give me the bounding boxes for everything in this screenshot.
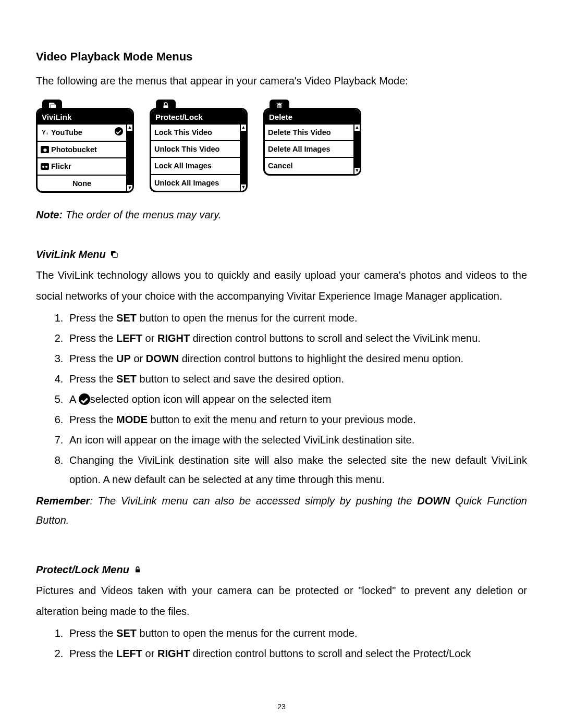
share-icon xyxy=(110,250,118,258)
menu-delete: Delete Delete This Video Delete All Imag… xyxy=(263,108,361,193)
svg-rect-10 xyxy=(113,253,117,257)
menu-item-youtube: Yￜ YouTube xyxy=(38,125,126,142)
youtube-icon: Yￜ xyxy=(41,129,49,137)
subheading-text: Protect/Lock Menu xyxy=(36,562,129,577)
menu-item-label: None xyxy=(72,178,91,189)
menu-protect: Protect/Lock Lock This Video Unlock This… xyxy=(150,108,248,193)
protect-steps: Press the SET button to open the menus f… xyxy=(36,624,527,663)
step-item: A selected option icon will appear on th… xyxy=(66,390,527,409)
step-item: Press the SET button to select and save … xyxy=(66,369,527,389)
step-item: An icon will appear on the image with th… xyxy=(66,430,527,450)
vivilink-paragraph: The ViviLink technology allows you to qu… xyxy=(36,265,527,306)
note-line: Note: The order of the menus may vary. xyxy=(36,207,527,222)
step-item: Press the LEFT or RIGHT direction contro… xyxy=(66,329,527,348)
menu-item: Delete This Video xyxy=(265,125,353,141)
note-text: The order of the menus may vary. xyxy=(63,209,221,220)
svg-rect-5 xyxy=(279,103,280,104)
scroll-down-icon: ▼ xyxy=(127,185,132,191)
menu-scrollbar: ▲ ▼ xyxy=(240,125,246,191)
page-title: Video Playback Mode Menus xyxy=(36,49,527,65)
page-number: 23 xyxy=(0,702,563,712)
check-icon xyxy=(79,393,90,405)
remember-note: Remember: The ViviLink menu can also be … xyxy=(36,491,527,530)
step-item: Press the UP or DOWN direction control b… xyxy=(66,349,527,368)
menu-item-label: Delete All Images xyxy=(268,144,331,154)
menu-header: Delete xyxy=(265,109,360,125)
menu-header: ViviLink xyxy=(38,109,132,125)
note-label: Note: xyxy=(36,209,63,220)
step-item: Press the LEFT or RIGHT direction contro… xyxy=(66,644,527,663)
menu-item: Unlock This Video xyxy=(151,141,240,158)
menu-item-label: Unlock This Video xyxy=(154,144,219,154)
scroll-down-icon: ▼ xyxy=(241,184,246,191)
subheading-text: ViviLink Menu xyxy=(36,247,106,262)
menu-item-label: Delete This Video xyxy=(268,127,331,138)
menu-item-label: Cancel xyxy=(268,161,293,171)
protect-paragraph: Pictures and Videos taken with your came… xyxy=(36,580,527,622)
scroll-up-icon: ▲ xyxy=(127,125,132,131)
intro-text: The following are the menus that appear … xyxy=(36,73,527,88)
menu-item-label: Lock All Images xyxy=(154,161,212,171)
menu-item-label: Unlock All Images xyxy=(154,178,219,188)
menu-item: Delete All Images xyxy=(265,141,353,158)
vivilink-heading: ViviLink Menu xyxy=(36,247,527,262)
scroll-down-icon: ▼ xyxy=(354,168,360,174)
menu-item: Cancel xyxy=(265,158,353,174)
step-item: Changing the ViviLink destination site w… xyxy=(66,451,527,489)
vivilink-steps: Press the SET button to open the menus f… xyxy=(36,309,527,489)
flickr-icon xyxy=(41,163,49,170)
menu-vivilink: ViviLink Yￜ YouTube ◉ Photobucket xyxy=(36,108,134,193)
menu-item: Unlock All Images xyxy=(151,175,240,191)
scroll-up-icon: ▲ xyxy=(354,125,360,131)
step-item: Press the SET button to open the menus f… xyxy=(66,309,527,328)
protect-heading: Protect/Lock Menu xyxy=(36,562,527,577)
menu-header: Protect/Lock xyxy=(151,109,246,125)
menu-item-label: Lock This Video xyxy=(154,127,212,138)
scroll-up-icon: ▲ xyxy=(241,125,246,131)
photobucket-icon: ◉ xyxy=(41,146,49,153)
menu-item-label: Photobucket xyxy=(51,144,97,155)
menu-item-none: None xyxy=(38,176,126,191)
step-item: Press the MODE button to exit the menu a… xyxy=(66,410,527,429)
menu-scrollbar: ▲ ▼ xyxy=(126,125,132,191)
step-item: Press the SET button to open the menus f… xyxy=(66,624,527,643)
menu-item-photobucket: ◉ Photobucket xyxy=(38,142,126,158)
menu-item: Lock This Video xyxy=(151,125,240,141)
lock-icon xyxy=(133,565,142,574)
menus-row: ViviLink Yￜ YouTube ◉ Photobucket xyxy=(36,100,527,193)
menu-scrollbar: ▲ ▼ xyxy=(353,125,360,174)
menu-item: Lock All Images xyxy=(151,158,240,175)
selected-check-icon xyxy=(115,127,123,138)
svg-rect-4 xyxy=(277,103,283,104)
menu-item-label: Flickr xyxy=(51,161,71,171)
menu-item-label: YouTube xyxy=(51,127,82,138)
svg-rect-11 xyxy=(136,569,140,572)
menu-item-flickr: Flickr xyxy=(38,158,126,175)
